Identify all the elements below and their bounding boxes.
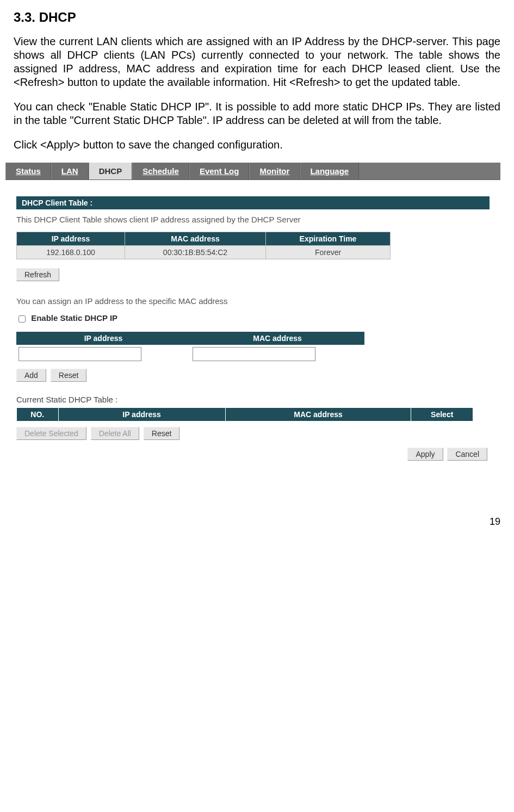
static-header-select: Select bbox=[411, 407, 473, 421]
reset-button-2[interactable]: Reset bbox=[144, 427, 180, 440]
static-header-mac: MAC address bbox=[225, 407, 411, 421]
tab-schedule[interactable]: Schedule bbox=[132, 163, 189, 179]
client-header-exp: Expiration Time bbox=[266, 232, 391, 246]
client-header-mac: MAC address bbox=[125, 232, 266, 246]
client-ip: 192.168.0.100 bbox=[17, 246, 125, 259]
nav-tabs: Status LAN DHCP Schedule Event Log Monit… bbox=[5, 163, 500, 180]
enable-static-dhcp-checkbox[interactable] bbox=[18, 315, 26, 323]
static-input-table: IP address MAC address bbox=[16, 332, 364, 363]
client-mac: 00:30:1B:B5:54:C2 bbox=[125, 246, 266, 259]
static-mac-input[interactable] bbox=[193, 347, 315, 361]
tab-lan[interactable]: LAN bbox=[51, 163, 89, 179]
paragraph-1: View the current LAN clients which are a… bbox=[14, 35, 500, 89]
static-ip-input[interactable] bbox=[18, 347, 141, 361]
table-row: 192.168.0.100 00:30:1B:B5:54:C2 Forever bbox=[17, 246, 391, 259]
current-static-dhcp-table: NO. IP address MAC address Select bbox=[16, 407, 473, 422]
assign-text: You can assign an IP address to the spec… bbox=[16, 296, 490, 306]
static-header-ip: IP address bbox=[58, 407, 225, 421]
reset-button-1[interactable]: Reset bbox=[51, 369, 87, 382]
paragraph-2: You can check "Enable Static DHCP IP". I… bbox=[14, 100, 500, 127]
paragraph-3: Click <Apply> button to save the changed… bbox=[14, 138, 500, 152]
dhcp-client-table-desc: This DHCP Client Table shows client IP a… bbox=[16, 215, 490, 224]
dhcp-client-table: IP address MAC address Expiration Time 1… bbox=[16, 232, 391, 259]
tab-eventlog[interactable]: Event Log bbox=[189, 163, 250, 179]
input-header-ip: IP address bbox=[16, 332, 190, 345]
refresh-button[interactable]: Refresh bbox=[16, 268, 59, 281]
tab-dhcp[interactable]: DHCP bbox=[89, 163, 133, 179]
apply-button[interactable]: Apply bbox=[407, 448, 443, 461]
cancel-button[interactable]: Cancel bbox=[447, 448, 487, 461]
add-button[interactable]: Add bbox=[16, 369, 46, 382]
tab-language[interactable]: Language bbox=[300, 163, 359, 179]
dhcp-client-table-title: DHCP Client Table : bbox=[16, 196, 490, 209]
tab-status[interactable]: Status bbox=[5, 163, 51, 179]
enable-static-dhcp-label: Enable Static DHCP IP bbox=[31, 313, 117, 323]
section-heading: 3.3. DHCP bbox=[14, 10, 500, 25]
input-header-mac: MAC address bbox=[190, 332, 364, 345]
current-static-table-title: Current Static DHCP Table : bbox=[16, 395, 490, 404]
tab-monitor[interactable]: Monitor bbox=[249, 163, 300, 179]
page-number: 19 bbox=[0, 484, 514, 538]
delete-all-button[interactable]: Delete All bbox=[91, 427, 139, 440]
delete-selected-button[interactable]: Delete Selected bbox=[16, 427, 86, 440]
client-header-ip: IP address bbox=[17, 232, 125, 246]
static-header-no: NO. bbox=[17, 407, 59, 421]
client-exp: Forever bbox=[266, 246, 391, 259]
